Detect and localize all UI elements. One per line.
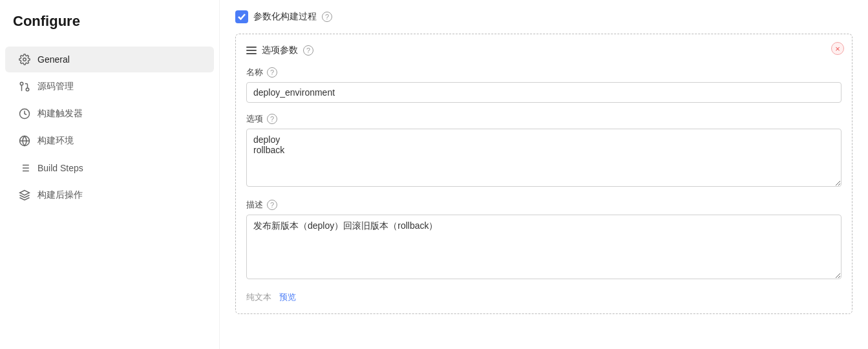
options-field-group: 选项 ? deploy rollback: [246, 113, 842, 189]
sidebar-item-source[interactable]: 源码管理: [5, 74, 214, 100]
description-field-group: 描述 ? 发布新版本（deploy）回滚旧版本（rollback）: [246, 199, 842, 281]
svg-point-1: [26, 88, 29, 91]
env-icon: [18, 134, 31, 147]
section-title: 选项参数: [262, 45, 298, 56]
parameterize-label: 参数化构建过程: [253, 11, 317, 23]
description-help-icon[interactable]: ?: [267, 200, 277, 210]
description-textarea[interactable]: 发布新版本（deploy）回滚旧版本（rollback）: [246, 215, 842, 279]
section-help-icon[interactable]: ?: [303, 45, 313, 56]
parameterize-help-icon[interactable]: ?: [322, 12, 332, 22]
parameterize-row: 参数化构建过程 ?: [235, 10, 852, 23]
options-textarea[interactable]: deploy rollback: [246, 129, 842, 187]
sidebar: Configure General 源码管理: [0, 0, 220, 349]
sidebar-item-env[interactable]: 构建环境: [5, 128, 214, 154]
sidebar-item-source-label: 源码管理: [37, 81, 74, 92]
section-header: 选项参数 ?: [246, 45, 842, 56]
svg-point-0: [23, 58, 26, 61]
name-field-group: 名称 ?: [246, 67, 842, 103]
sidebar-item-trigger-label: 构建触发器: [37, 108, 83, 120]
main-content: 参数化构建过程 ? × 选项参数 ? 名称 ?: [220, 0, 868, 349]
build-steps-icon: [18, 162, 31, 174]
sidebar-item-post-build-label: 构建后操作: [37, 189, 83, 201]
name-input[interactable]: [246, 82, 842, 103]
preview-link[interactable]: 预览: [279, 291, 296, 303]
drag-handle-icon[interactable]: [246, 47, 257, 54]
sidebar-item-post-build[interactable]: 构建后操作: [5, 182, 214, 208]
options-panel: × 选项参数 ? 名称 ?: [235, 34, 852, 314]
post-build-icon: [18, 189, 31, 202]
name-help-icon[interactable]: ?: [267, 67, 277, 78]
trigger-icon: [18, 107, 31, 120]
gear-icon: [18, 53, 31, 66]
sidebar-item-env-label: 构建环境: [37, 135, 74, 147]
sidebar-item-general-label: General: [37, 54, 70, 65]
options-label: 选项: [246, 113, 263, 125]
options-label-row: 选项 ?: [246, 113, 842, 125]
sidebar-item-build-steps[interactable]: Build Steps: [5, 155, 214, 181]
name-label: 名称: [246, 67, 263, 78]
description-label-row: 描述 ?: [246, 199, 842, 211]
page-title: Configure: [0, 13, 219, 45]
sidebar-item-trigger[interactable]: 构建触发器: [5, 101, 214, 127]
parameterize-checkbox[interactable]: [235, 10, 248, 23]
sidebar-item-build-steps-label: Build Steps: [37, 163, 83, 173]
svg-point-2: [20, 82, 23, 85]
options-help-icon[interactable]: ?: [267, 114, 277, 124]
plain-text-link[interactable]: 纯文本: [246, 291, 271, 303]
description-label: 描述: [246, 199, 263, 211]
footer-links: 纯文本 预览: [246, 291, 842, 303]
close-button[interactable]: ×: [831, 42, 844, 55]
sidebar-item-general[interactable]: General: [5, 47, 214, 72]
source-icon: [18, 80, 31, 93]
name-label-row: 名称 ?: [246, 67, 842, 78]
